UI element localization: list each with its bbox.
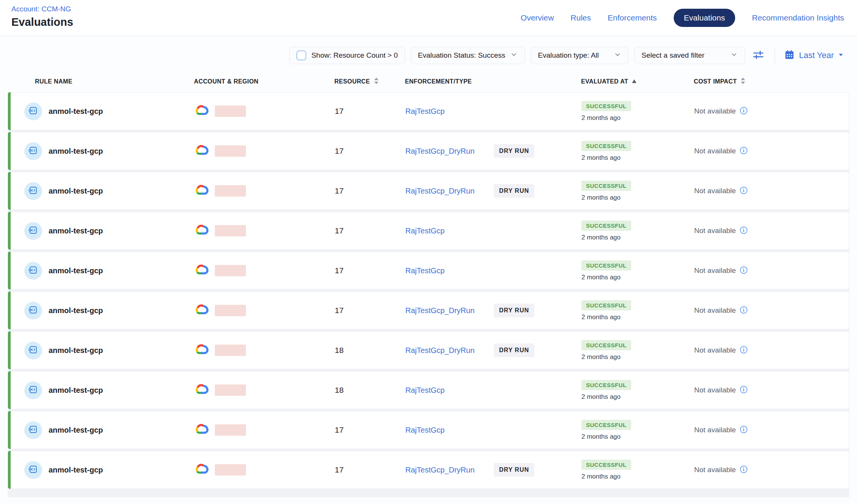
resource-count-checkbox[interactable]: [296, 50, 306, 60]
gcp-logo-icon: [194, 223, 210, 238]
evaluation-type-dropdown[interactable]: Evaluation type: All: [531, 47, 629, 64]
table-row[interactable]: anmol-test-gcp 17 RajTestGcp_DryRun DRY …: [8, 132, 849, 170]
evaluated-time: 2 months ago: [581, 393, 621, 401]
chevron-down-icon: [510, 51, 518, 60]
resource-count-filter-toggle[interactable]: Show: Resource Count > 0: [289, 47, 405, 64]
enforcement-link[interactable]: RajTestGcp_DryRun: [405, 466, 494, 474]
rule-name-cell: anmol-test-gcp: [24, 342, 194, 359]
saved-filter-dropdown[interactable]: Select a saved filter: [634, 47, 745, 64]
column-header-enforcement-type[interactable]: ENFORCEMENT/TYPE: [405, 78, 581, 85]
tab-rules[interactable]: Rules: [570, 13, 591, 22]
gcp-logo-icon: [194, 422, 210, 438]
info-icon[interactable]: [740, 425, 748, 435]
gcp-logo-icon: [194, 343, 210, 358]
account-breadcrumb-link[interactable]: Account: CCM-NG: [11, 5, 73, 13]
table-row[interactable]: anmol-test-gcp 17 RajTestGcp SUCCESSFUL …: [8, 411, 849, 449]
enforcement-cell: RajTestGcp: [405, 386, 581, 395]
time-range-selector[interactable]: Last Year: [784, 49, 844, 62]
resource-count: 17: [335, 226, 405, 235]
enforcement-link[interactable]: RajTestGcp: [405, 107, 494, 116]
enforcement-link[interactable]: RajTestGcp_DryRun: [405, 147, 494, 156]
rule-name: anmol-test-gcp: [49, 227, 103, 235]
redacted-account-name: [215, 225, 246, 236]
tab-enforcements[interactable]: Enforcements: [608, 13, 657, 22]
account-region-cell: [194, 263, 335, 278]
filter-settings-button[interactable]: [751, 48, 766, 63]
cost-impact-cell: Not available: [694, 465, 849, 475]
rule-code-icon: [28, 185, 38, 197]
evaluated-at-cell: SUCCESSFUL 2 months ago: [581, 141, 694, 162]
rule-name: anmol-test-gcp: [49, 466, 103, 474]
table-row[interactable]: anmol-test-gcp 18 RajTestGcp_DryRun DRY …: [8, 331, 849, 369]
info-icon[interactable]: [740, 346, 748, 355]
enforcement-link[interactable]: RajTestGcp: [405, 266, 494, 275]
redacted-account-name: [215, 145, 246, 157]
tab-evaluations-active[interactable]: Evaluations: [674, 9, 736, 27]
status-badge: SUCCESSFUL: [581, 300, 631, 310]
sort-both-icon: [373, 77, 379, 86]
evaluated-at-cell: SUCCESSFUL 2 months ago: [581, 340, 694, 361]
table-row[interactable]: anmol-test-gcp 17 RajTestGcp_DryRun DRY …: [8, 451, 849, 489]
evaluated-at-cell: SUCCESSFUL 2 months ago: [581, 420, 694, 441]
status-badge: SUCCESSFUL: [581, 101, 631, 111]
info-icon[interactable]: [740, 226, 748, 236]
enforcement-link[interactable]: RajTestGcp_DryRun: [405, 187, 494, 195]
rule-name-cell: anmol-test-gcp: [24, 182, 194, 200]
evaluated-time: 2 months ago: [581, 473, 621, 480]
cost-impact-cell: Not available: [694, 266, 849, 276]
column-header-account-region[interactable]: ACCOUNT & REGION: [194, 78, 334, 85]
enforcement-link[interactable]: RajTestGcp: [405, 386, 494, 395]
evaluations-table-body: anmol-test-gcp 17 RajTestGcp SUCCESSFUL …: [8, 92, 849, 497]
info-icon[interactable]: [740, 186, 748, 196]
column-header-resource[interactable]: RESOURCE: [334, 77, 405, 86]
enforcement-link[interactable]: RajTestGcp_DryRun: [405, 346, 494, 355]
table-row[interactable]: anmol-test-gcp 17 RajTestGcp_DryRun DRY …: [8, 172, 849, 210]
evaluations-page: Account: CCM-NG Evaluations Overview Rul…: [0, 0, 857, 504]
rule-name-cell: anmol-test-gcp: [24, 421, 194, 439]
resource-count: 17: [335, 107, 405, 116]
evaluated-time: 2 months ago: [581, 274, 621, 281]
enforcement-cell: RajTestGcp_DryRun DRY RUN: [405, 463, 581, 477]
rule-name: anmol-test-gcp: [49, 147, 103, 156]
column-header-cost-impact[interactable]: COST IMPACT: [694, 77, 849, 86]
status-badge: SUCCESSFUL: [581, 420, 631, 430]
info-icon[interactable]: [740, 146, 748, 156]
rule-name-cell: anmol-test-gcp: [24, 302, 194, 320]
redacted-account-name: [215, 106, 246, 117]
filter-bar: Show: Resource Count > 0 Evaluation Stat…: [0, 36, 857, 65]
resource-count: 18: [335, 346, 405, 355]
cost-impact-value: Not available: [694, 386, 736, 394]
account-region-cell: [194, 303, 335, 318]
info-icon[interactable]: [740, 107, 748, 116]
tab-overview[interactable]: Overview: [521, 13, 554, 22]
info-icon[interactable]: [740, 386, 748, 395]
resource-count: 17: [335, 465, 405, 474]
enforcement-link[interactable]: RajTestGcp_DryRun: [405, 306, 494, 315]
chevron-down-icon: [614, 51, 621, 60]
table-row[interactable]: anmol-test-gcp 18 RajTestGcp SUCCESSFUL …: [8, 371, 849, 409]
column-label: EVALUATED AT: [581, 78, 628, 85]
info-icon[interactable]: [740, 266, 748, 276]
table-row[interactable]: anmol-test-gcp 17 RajTestGcp SUCCESSFUL …: [8, 92, 849, 130]
page-title: Evaluations: [11, 16, 73, 28]
column-label: ENFORCEMENT/TYPE: [405, 78, 472, 85]
gcp-logo-icon: [194, 263, 210, 278]
table-row[interactable]: anmol-test-gcp 17 RajTestGcp SUCCESSFUL …: [8, 212, 849, 250]
enforcement-link[interactable]: RajTestGcp: [405, 426, 494, 435]
info-icon[interactable]: [740, 306, 748, 315]
column-header-evaluated-at[interactable]: EVALUATED AT: [581, 78, 694, 85]
table-row[interactable]: anmol-test-gcp 17 RajTestGcp SUCCESSFUL …: [8, 252, 849, 290]
sort-ascending-icon: [632, 78, 637, 85]
cost-impact-value: Not available: [694, 107, 736, 115]
rule-code-icon: [28, 305, 38, 317]
info-icon[interactable]: [740, 465, 748, 475]
column-header-rule-name[interactable]: RULE NAME: [35, 78, 194, 85]
table-row[interactable]: anmol-test-gcp 17 RajTestGcp_DryRun DRY …: [8, 291, 849, 329]
evaluation-status-value: Evaluation Status: Success: [418, 51, 505, 60]
tab-recommendation-insights[interactable]: Recommendation Insights: [752, 13, 844, 22]
enforcement-link[interactable]: RajTestGcp: [405, 227, 494, 235]
evaluated-time: 2 months ago: [581, 313, 621, 321]
account-region-cell: [194, 422, 335, 438]
redacted-account-name: [215, 265, 246, 276]
evaluation-status-dropdown[interactable]: Evaluation Status: Success: [411, 47, 525, 64]
